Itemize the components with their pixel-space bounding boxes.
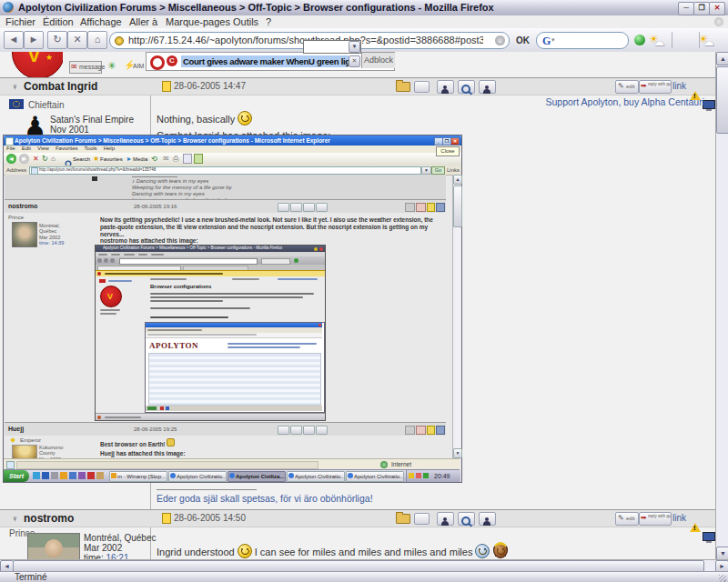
ie-refresh-icon: ↻: [42, 155, 48, 163]
blank-button[interactable]: [414, 513, 430, 525]
profile-icon[interactable]: [437, 80, 454, 94]
ip-icon[interactable]: [703, 532, 715, 541]
ff2-reload-icon: [110, 258, 115, 263]
quicklaunch-icon: [33, 472, 40, 479]
menu-aller[interactable]: Aller à: [129, 16, 157, 27]
ie-menu-favorites: Favorites: [56, 146, 78, 151]
edit-button[interactable]: ✎edit: [615, 512, 639, 526]
ie-page-icon: [5, 137, 14, 146]
ok-button[interactable]: OK: [516, 35, 530, 45]
user-status-icon: ♀: [11, 81, 18, 92]
info-skeleton: [100, 309, 120, 311]
post-author[interactable]: nostromo: [24, 512, 74, 525]
reload-button[interactable]: ↻: [47, 31, 67, 49]
post-combat-ingrid: ♀ Combat Ingrid 28-06-2005 14:47 ✎edit ➥…: [0, 77, 715, 510]
nav-links-skeleton: [228, 343, 317, 345]
resize-grip[interactable]: [719, 575, 726, 582]
inner-statusbar: [146, 406, 322, 411]
time-label: time:: [84, 553, 104, 559]
adblock-status-icon[interactable]: [634, 35, 645, 45]
news-headline[interactable]: Court gives adware maker WhenU green lig…: [181, 55, 349, 67]
quote-button[interactable]: ➥reply with quote: [639, 80, 672, 94]
time-line: time: 14:39: [39, 240, 64, 246]
taskbar-task: m - Winamp [Stop...: [109, 471, 167, 482]
horizontal-scrollbar[interactable]: ◄ ►: [0, 559, 728, 572]
ie-attach-note: Huejj has attached this image:: [100, 450, 186, 457]
search-box[interactable]: G ▾: [536, 32, 629, 49]
reply-arrow-icon: ➥: [641, 82, 647, 90]
icon-box: [278, 426, 289, 435]
post-text2: I can see for miles and miles and miles …: [255, 547, 473, 557]
scroll-thumb[interactable]: [716, 66, 728, 134]
stop-button[interactable]: ✕: [67, 31, 87, 49]
menu-marquepages[interactable]: Marque-pages: [166, 16, 230, 27]
ad-dropdown[interactable]: ▼: [303, 40, 361, 54]
scroll-up-icon[interactable]: ▲: [716, 52, 728, 65]
scroll-down-icon[interactable]: ▼: [716, 547, 728, 560]
ie-post-date: 28-06-2005 19:16: [134, 204, 177, 210]
task-label: Apolyton Civilizatio...: [177, 474, 227, 479]
weather-icon[interactable]: ☀☁: [649, 34, 667, 48]
profile-icon[interactable]: [437, 512, 454, 526]
task-label: Apolyton Civilizatio...: [295, 474, 345, 479]
person-icon: [483, 517, 490, 526]
quicklaunch-icon: [87, 472, 95, 479]
menu-fichier[interactable]: Fichier: [5, 16, 35, 27]
winamp-icon: [111, 473, 116, 478]
thumbs-up-icon: [167, 438, 175, 447]
menu-skeleton: [111, 254, 120, 256]
ie-icon: [170, 473, 176, 478]
send-message-icon[interactable]: ✉ message: [69, 61, 102, 74]
menu-edition[interactable]: Édition: [43, 16, 74, 27]
back-button[interactable]: ◄: [4, 31, 24, 49]
ie-home-icon: ⌂: [51, 155, 56, 163]
home-button[interactable]: ⌂: [87, 31, 107, 49]
icon-box: [405, 203, 415, 212]
search-icon[interactable]: [458, 512, 475, 526]
search-icon[interactable]: [458, 80, 475, 94]
menu-help[interactable]: ?: [266, 16, 271, 27]
quicklaunch-icon: [60, 472, 67, 479]
ie-messenger-icon: [194, 154, 203, 164]
edit-label: edit: [626, 516, 635, 521]
folder-icon[interactable]: [396, 82, 410, 92]
adblock-tab[interactable]: Adblock: [361, 53, 395, 68]
ff2-statusbar: [96, 413, 325, 421]
ip-icon[interactable]: [703, 100, 715, 109]
edit-button[interactable]: ✎edit: [615, 80, 639, 94]
ie-address-text: http://apolyton.net/forums/showthread.ph…: [39, 167, 421, 172]
report-icon[interactable]: [690, 523, 701, 532]
time-value[interactable]: 16:21: [106, 553, 128, 559]
taskbar-task: Apolyton Civilizatio...: [346, 471, 404, 482]
forward-button[interactable]: ►: [24, 31, 44, 49]
chevron-down-icon[interactable]: ▼: [349, 41, 360, 53]
quote-button[interactable]: ➥reply with quote: [639, 512, 672, 526]
pencil-icon: ✎: [618, 82, 624, 90]
buddy-icon[interactable]: [479, 80, 496, 94]
post-link[interactable]: link: [672, 513, 686, 523]
vertical-scrollbar[interactable]: ▲ ▼: [715, 52, 728, 559]
icq-flower-icon[interactable]: ✳: [107, 60, 119, 72]
url-dropdown-icon[interactable]: ⌄: [495, 35, 505, 45]
ff2-toolbar: [96, 256, 325, 265]
post-link[interactable]: link: [672, 81, 686, 91]
icon-box: [303, 203, 315, 212]
close-button[interactable]: ✕: [709, 2, 725, 15]
folder-icon[interactable]: [396, 514, 410, 524]
buddy-icon[interactable]: [479, 512, 496, 526]
restore-button[interactable]: ❐: [693, 2, 710, 15]
ie-status-page-icon: [6, 461, 15, 469]
blank-button[interactable]: [414, 81, 430, 93]
close-icon[interactable]: ✕: [349, 55, 360, 67]
menu-outils[interactable]: Outils: [233, 16, 258, 27]
support-link[interactable]: Support Apolyton, buy Alpha Centauri: [545, 96, 704, 107]
menu-skeleton: [98, 254, 107, 256]
post-author[interactable]: Combat Ingrid: [24, 80, 97, 93]
minimize-button[interactable]: ─: [678, 2, 694, 15]
weather-icon[interactable]: ☀☁: [698, 34, 716, 48]
menu-affichage[interactable]: Affichage: [80, 16, 122, 27]
user-location: Montréal, Québec: [84, 533, 157, 543]
signature-divider: [157, 489, 257, 490]
body-text: Best browser on Earth!: [100, 441, 166, 447]
search-dropdown-icon[interactable]: ▾: [551, 36, 555, 44]
